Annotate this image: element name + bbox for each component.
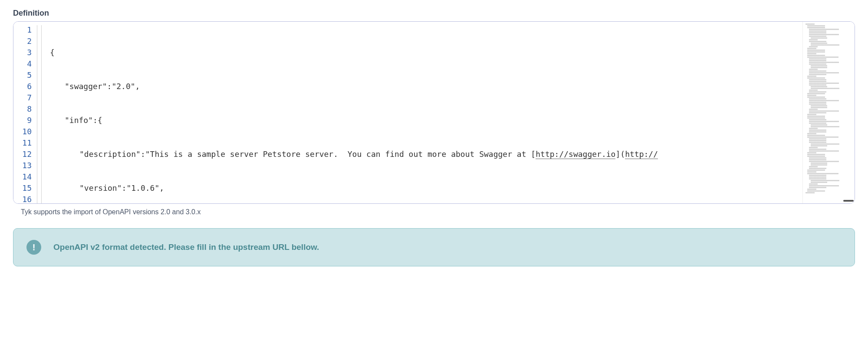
line-number: 1 [16, 24, 32, 36]
code-area[interactable]: 1 2 3 4 5 6 7 8 9 10 11 12 13 14 15 16 1… [13, 22, 802, 203]
minimap[interactable] [802, 22, 855, 203]
code-line: { [50, 47, 802, 58]
line-number: 6 [16, 81, 32, 92]
code-content[interactable]: { "swagger":"2.0", "info":{ "description… [48, 22, 802, 203]
info-alert: ! OpenAPI v2 format detected. Please fil… [13, 228, 855, 266]
section-label: Definition [13, 9, 855, 18]
line-number: 9 [16, 115, 32, 126]
editor-hint-text: Tyk supports the import of OpenAPI versi… [21, 208, 855, 216]
line-number: 4 [16, 58, 32, 70]
line-number: 2 [16, 36, 32, 47]
alert-icon: ! [26, 240, 41, 255]
code-line: "swagger":"2.0", [50, 81, 802, 92]
line-number: 14 [16, 171, 32, 183]
line-number: 10 [16, 126, 32, 137]
line-number: 7 [16, 92, 32, 103]
code-line: "version":"1.0.6", [50, 183, 802, 194]
line-number-gutter: 1 2 3 4 5 6 7 8 9 10 11 12 13 14 15 16 1… [13, 22, 36, 203]
code-line: "info":{ [50, 115, 802, 126]
minimap-scrollbar[interactable] [843, 200, 854, 202]
alert-message: OpenAPI v2 format detected. Please fill … [53, 242, 319, 252]
line-number: 16 [16, 194, 32, 203]
line-number: 8 [16, 103, 32, 115]
code-line: "description":"This is a sample server P… [50, 149, 802, 160]
code-editor[interactable]: 1 2 3 4 5 6 7 8 9 10 11 12 13 14 15 16 1… [13, 21, 855, 204]
line-number: 12 [16, 149, 32, 160]
fold-guides [36, 22, 48, 203]
line-number: 5 [16, 70, 32, 81]
line-number: 11 [16, 137, 32, 149]
line-number: 15 [16, 183, 32, 194]
line-number: 13 [16, 160, 32, 171]
line-number: 3 [16, 47, 32, 58]
